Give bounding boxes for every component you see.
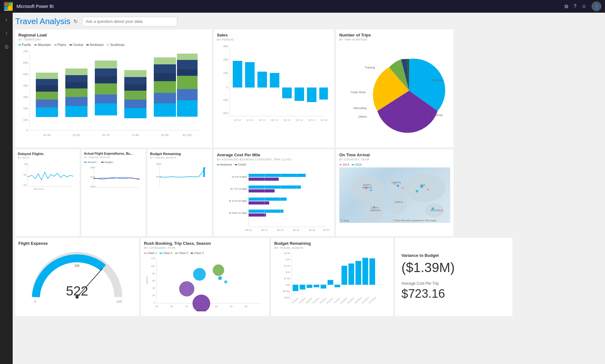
svg-rect-46 [124,70,146,77]
on-time-title: On Time Arrival [339,153,450,157]
svg-text:Q3 14: Q3 14 [321,119,328,121]
svg-text:$0.5M: $0.5M [284,277,290,280]
svg-rect-59 [177,60,198,69]
svg-rect-128 [249,201,269,205]
svg-text:400: 400 [23,84,28,87]
svg-text:80: 80 [245,305,248,308]
svg-text:700: 700 [23,50,28,53]
svg-rect-214 [300,285,305,289]
svg-text:$0.20: $0.20 [277,229,284,231]
regional-load-card: Regional Load BY TERRITORY Pacific Mount… [15,29,212,147]
svg-rect-127 [249,198,287,201]
svg-text:30: 30 [170,305,173,308]
svg-text:$1M: $1M [286,271,290,273]
legend-class1: Class 1 [144,251,157,255]
svg-point-149 [370,189,372,191]
svg-text:40: 40 [152,287,155,289]
avg-label: Average Cost Per Trip [401,281,506,286]
class2-dot [159,253,162,254]
sales-chart: 300 200 100 0 -100 -200 [217,43,328,141]
on-time-card: On Time Arrival BY COUNTRY, YEAR 2013 20… [336,149,453,236]
svg-text:Q2 14: Q2 14 [308,119,315,121]
legend-2014: 2014 [352,163,361,166]
svg-rect-49 [154,93,176,103]
regional-load-chart: 700 600 500 400 300 200 100 0 [18,48,202,143]
svg-text:Training: Training [365,66,375,69]
svg-point-146 [404,174,446,202]
pacific-dot [18,44,21,45]
variance-value: ($1.39M) [401,260,506,275]
svg-text:$0M: $0M [286,284,290,286]
avg-value: $723.16 [401,287,506,301]
svg-text:5K: 5K [23,173,27,176]
refresh-icon[interactable]: ↻ [74,18,78,24]
svg-text:$0.40: $0.40 [309,229,316,231]
sidebar-nav-icon[interactable]: ↑ [2,29,11,38]
svg-rect-37 [95,76,117,83]
avg-cost-title: Average Cost Per Mile [217,153,331,157]
svg-rect-74 [233,61,242,88]
svg-rect-79 [295,88,304,101]
svg-rect-34 [95,103,117,115]
svg-text:$0.30: $0.30 [293,229,300,231]
budget-top-chart: $2M $0M 1/1/2 8/1/2 [150,161,207,190]
svg-rect-223 [362,258,368,285]
svg-text:1/1/2: 1/1/2 [159,189,165,190]
budget-top-title: Budget Remaining [150,152,209,156]
svg-text:EUROPE: EUROPE [392,181,401,184]
svg-rect-218 [328,280,333,285]
svg-text:AFRICA: AFRICA [395,201,403,203]
rush-booking-title: Rush Booking, Trip Class, Season [144,241,266,246]
variance-card: Variance to Budget ($1.39M) Average Cost… [395,238,512,316]
svg-text:41-50: 41-50 [43,133,50,137]
qa-input[interactable] [82,17,177,26]
svg-rect-213 [293,285,298,291]
topbar: Microsoft Power BI ⚙ ? ☺ 👤 [0,0,605,13]
svg-rect-219 [335,285,340,287]
svg-text:Trade Show: Trade Show [350,91,366,94]
svg-text:8/1/2014: 8/1/2014 [340,297,348,304]
svg-text:$0.00: $0.00 [245,229,252,231]
svg-text:Others: Others [358,115,367,118]
sidebar-search-icon[interactable]: ⊙ [2,42,11,51]
rush-booking-subtitle: BY CATEGORY, TYPE [144,246,266,250]
flight-expense-card: Flight Expense 522 0 645 345 [15,238,139,316]
legend-class3b: Class 3 [191,251,204,255]
rush-booking-card: Rush Booking, Trip Class, Season BY CATE… [141,238,269,316]
svg-text:Jan 2014: Jan 2014 [34,187,44,190]
avg-cost-card: Average Cost Per Mile BY ADVANCED BOOKIN… [214,149,334,236]
svg-rect-22 [36,92,58,100]
svg-point-151 [397,185,399,187]
svg-text:51-60: 51-60 [73,133,80,137]
settings-icon[interactable]: ⚙ [564,3,569,10]
svg-text:-200: -200 [222,112,228,115]
svg-rect-77 [270,73,279,88]
svg-text:20: 20 [152,294,155,297]
svg-rect-24 [36,79,58,85]
user-icon[interactable]: ☺ [582,3,587,9]
svg-text:2) 7 to 13 days: 2) 7 to 13 days [230,187,247,190]
svg-rect-124 [249,185,301,189]
svg-rect-125 [249,189,275,192]
svg-text:80: 80 [152,272,155,275]
help-icon[interactable]: ? [574,3,576,9]
svg-text:200: 200 [23,107,28,110]
svg-text:100: 100 [23,118,28,121]
avatar[interactable]: 👤 [592,2,601,11]
svg-text:600: 600 [23,61,28,64]
sidebar-expand-icon[interactable]: › [2,15,11,25]
trips-chart: External Internal Others Recruiting Trad… [339,43,450,135]
budget-bottom-title: Budget Remaining [274,241,390,246]
svg-rect-221 [348,263,354,285]
southeast-dot [107,44,109,45]
budget-top-card: Budget Remaining BY TRAVEL MONTH $2M $0M… [147,149,212,236]
delayed-flights-title: Delayed Flights [18,152,77,156]
2013-dot [339,164,342,165]
topbar-icons: ⚙ ? ☺ 👤 [564,2,601,11]
delayed-flights-subtitle: BY DATE [18,156,77,159]
coach-dot [235,164,237,165]
svg-point-194 [179,281,194,296]
svg-text:4) Over 21 days: 4) Over 21 days [229,211,247,214]
svg-rect-53 [154,57,176,64]
svg-text:($1M): ($1M) [284,296,290,299]
